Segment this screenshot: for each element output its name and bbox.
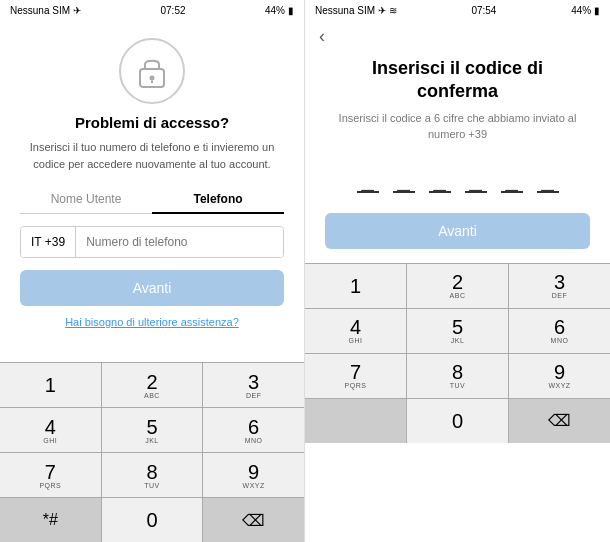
key-4[interactable]: 4GHI: [0, 408, 101, 452]
battery-icon-left: ▮: [288, 5, 294, 16]
key-empty[interactable]: [305, 399, 406, 443]
avanti-button-right[interactable]: Avanti: [325, 213, 590, 249]
key-9[interactable]: 9WXYZ: [509, 354, 610, 398]
key-9[interactable]: 9WXYZ: [203, 453, 304, 497]
key-⌫[interactable]: ⌫: [203, 498, 304, 542]
battery-left: 44% ▮: [265, 5, 294, 16]
key-3[interactable]: 3DEF: [509, 264, 610, 308]
tabs: Nome Utente Telefono: [20, 186, 284, 214]
key-5[interactable]: 5JKL: [407, 309, 508, 353]
phone-input-row: IT +39: [20, 226, 284, 258]
carrier-right: Nessuna SIM ✈ ≋: [315, 5, 397, 16]
key-0[interactable]: 0: [102, 498, 203, 542]
time-right: 07:54: [471, 5, 496, 16]
battery-right: 44% ▮: [571, 5, 600, 16]
key-3[interactable]: 3DEF: [203, 363, 304, 407]
confirm-description: Inserisci il codice a 6 cifre che abbiam…: [305, 110, 610, 159]
left-content: Problemi di accesso? Inserisci il tuo nu…: [0, 114, 304, 362]
key-7[interactable]: 7PQRS: [305, 354, 406, 398]
code-dash-1: _: [357, 169, 379, 193]
key-⌫[interactable]: ⌫: [509, 399, 610, 443]
key-2[interactable]: 2ABC: [407, 264, 508, 308]
left-description: Inserisci il tuo numero di telefono e ti…: [20, 139, 284, 172]
left-panel: Nessuna SIM ✈ 07:52 44% ▮ Problemi di ac…: [0, 0, 305, 542]
key-6[interactable]: 6MNO: [203, 408, 304, 452]
key-5[interactable]: 5JKL: [102, 408, 203, 452]
time-left: 07:52: [160, 5, 185, 16]
key-1[interactable]: 1: [0, 363, 101, 407]
phone-prefix[interactable]: IT +39: [21, 227, 76, 257]
left-title: Problemi di accesso?: [75, 114, 229, 131]
tab-telefono[interactable]: Telefono: [152, 186, 284, 214]
confirm-title: Inserisci il codice di conferma: [305, 47, 610, 110]
avanti-button-left[interactable]: Avanti: [20, 270, 284, 306]
code-dash-2: _: [393, 169, 415, 193]
key-1[interactable]: 1: [305, 264, 406, 308]
help-link[interactable]: Hai bisogno di ulteriore assistenza?: [65, 316, 239, 328]
code-dash-6: _: [537, 169, 559, 193]
battery-text-left: 44%: [265, 5, 285, 16]
carrier-text-left: Nessuna SIM: [10, 5, 70, 16]
back-button[interactable]: ‹: [305, 20, 610, 47]
right-panel: Nessuna SIM ✈ ≋ 07:54 44% ▮ ‹ Inserisci …: [305, 0, 610, 542]
battery-icon-right: ▮: [594, 5, 600, 16]
phone-input[interactable]: [76, 227, 283, 257]
sim-icon: ✈: [73, 5, 81, 16]
key-*#[interactable]: *#: [0, 498, 101, 542]
lock-icon-container: [0, 20, 304, 114]
key-8[interactable]: 8TUV: [407, 354, 508, 398]
keyboard-left: 12ABC3DEF4GHI5JKL6MNO7PQRS8TUV9WXYZ*#0⌫: [0, 362, 304, 542]
carrier-text-right: Nessuna SIM: [315, 5, 375, 16]
lock-circle: [119, 38, 185, 104]
battery-text-right: 44%: [571, 5, 591, 16]
status-bar-left: Nessuna SIM ✈ 07:52 44% ▮: [0, 0, 304, 20]
wifi-icon-right: ✈ ≋: [378, 5, 397, 16]
carrier-left: Nessuna SIM ✈: [10, 5, 81, 16]
code-dash-5: _: [501, 169, 523, 193]
key-0[interactable]: 0: [407, 399, 508, 443]
key-8[interactable]: 8TUV: [102, 453, 203, 497]
key-7[interactable]: 7PQRS: [0, 453, 101, 497]
code-fields: _ _ _ _ _ _: [305, 159, 610, 213]
lock-icon: [136, 53, 168, 89]
tab-nome-utente[interactable]: Nome Utente: [20, 186, 152, 213]
code-dash-3: _: [429, 169, 451, 193]
key-4[interactable]: 4GHI: [305, 309, 406, 353]
status-bar-right: Nessuna SIM ✈ ≋ 07:54 44% ▮: [305, 0, 610, 20]
svg-point-1: [150, 76, 155, 81]
code-dash-4: _: [465, 169, 487, 193]
key-2[interactable]: 2ABC: [102, 363, 203, 407]
key-6[interactable]: 6MNO: [509, 309, 610, 353]
keyboard-right: 12ABC3DEF4GHI5JKL6MNO7PQRS8TUV9WXYZ0⌫: [305, 263, 610, 443]
